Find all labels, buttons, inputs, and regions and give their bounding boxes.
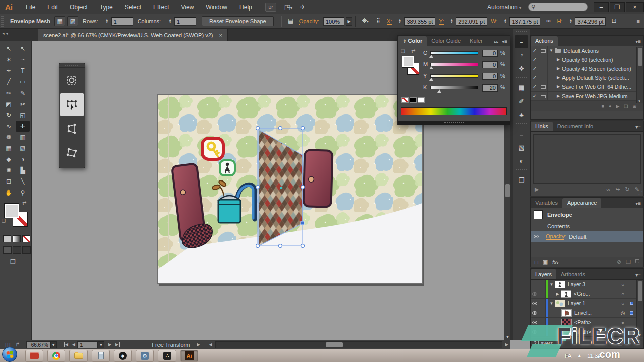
reference-point-icon[interactable]: ⣿ [373,16,384,26]
action-row[interactable]: ✓ ▶ Opacity 60 (selection) [531,55,643,64]
vertical-scroll-thumb[interactable] [505,184,510,197]
gear-icon[interactable]: ❋▾ [360,16,371,26]
color-button[interactable] [3,235,11,242]
taskbar-node-app-icon[interactable]: ∴ [158,350,176,362]
swap-fill-stroke-icon[interactable]: ⇄ [22,200,26,206]
scale-tool[interactable]: ◱ [16,110,30,121]
duplicate-item-icon[interactable]: ❏ [626,259,631,265]
x-input[interactable]: 389.355 pt [404,17,435,26]
yellow-slider[interactable]: Y 0 % [423,73,508,84]
menu-window[interactable]: Window [200,0,233,14]
color-spectrum[interactable] [401,107,507,115]
menu-view[interactable]: View [175,0,200,14]
none-swatch[interactable] [401,97,409,103]
slider-thumb[interactable] [429,78,433,81]
taskbar-media-app-icon[interactable] [25,350,43,362]
columns-input[interactable]: 1 [174,17,196,26]
lock-toggle[interactable] [539,289,546,298]
actions-scrollbar[interactable]: ▼ [636,47,643,103]
new-set-icon[interactable]: ❏ [624,104,628,109]
appearance-row-envelope[interactable]: Envelope [531,208,643,221]
control-bar-menu-icon[interactable]: ≡ [637,18,644,24]
visibility-toggle[interactable] [531,280,539,289]
shear-tool[interactable]: ▥ [16,132,30,143]
black-swatch[interactable] [410,97,417,103]
slider-thumb[interactable] [429,55,433,58]
free-transform-button[interactable] [60,93,84,116]
gradient-panel-icon[interactable]: ▧ [515,141,528,154]
shape-builder-tool[interactable]: ◩ [2,99,16,110]
right-door[interactable] [304,150,333,207]
slice-tool[interactable]: ╲ [16,176,30,187]
lasso-tool[interactable]: ∽ [16,54,30,65]
warp-tool[interactable]: ∿ [2,121,16,132]
export-icon[interactable]: ↱ [15,341,20,348]
tab-kuler[interactable]: Kuler [465,36,488,46]
white-swatch[interactable] [418,97,425,103]
new-action-icon[interactable]: ⊞ [632,104,636,109]
next-artboard-icon[interactable]: ▶ [108,342,111,347]
target-icon[interactable]: ○ [619,301,626,306]
h-link[interactable]: H: [557,18,562,25]
tab-layers[interactable]: Layers [531,269,556,279]
artboard-nav-input[interactable]: 1 [77,341,98,348]
column-graph-tool[interactable]: ▙ [16,165,30,176]
language-indicator[interactable]: FA [565,353,571,359]
expand-icon[interactable]: ▼ [548,282,555,287]
tab-color[interactable]: ⇕ Color [398,36,427,46]
columns-stepper[interactable]: ▲▼ [167,19,173,24]
stroke-panel-icon[interactable]: ≡ [515,128,528,141]
appearance-row-contents[interactable]: Contents [531,221,643,231]
action-row[interactable]: ✓ ▶ Save For Web GIF 64 Dithe... [531,82,643,92]
brushes-panel-icon[interactable]: ✐ [515,95,528,108]
w-stepper[interactable]: ▲▼ [502,19,508,24]
none-button[interactable] [22,235,30,242]
hscroll-left-icon[interactable]: ◀ [209,342,212,347]
gradient-tool[interactable]: ▧ [16,143,30,154]
color-panel-icon[interactable]: ◒ [515,35,528,48]
first-artboard-icon[interactable]: ◀ [64,342,68,347]
reset-envelope-button[interactable]: Reset Envelope Shape [202,16,274,26]
links-panel-menu-icon[interactable]: ▾≡ [635,124,643,130]
link-dimensions-icon[interactable]: ∞ [543,16,554,26]
stop-icon[interactable]: ■ [602,104,604,109]
links-list[interactable] [533,134,641,184]
opacity-link[interactable]: Opacity: [546,233,566,240]
person-sign[interactable] [220,160,235,175]
bridge-icon[interactable]: Br [265,3,276,12]
symbol-sprayer-tool[interactable]: ✺ [2,165,16,176]
rows-input[interactable]: 1 [111,17,133,26]
transform-icon[interactable]: ⊡ [608,16,619,26]
record-icon[interactable]: ● [609,104,611,109]
cyan-slider[interactable]: C 0 % [423,50,508,61]
scroll-down-icon[interactable]: ▼ [505,335,510,339]
artboard-dropdown-icon[interactable]: ▼ [98,341,104,348]
layer-row-envelope[interactable]: Envel... ◎ [531,308,643,318]
control-bar-grip[interactable] [1,16,4,27]
constrain-button[interactable] [60,69,84,92]
taskbar-calculator-icon[interactable] [92,350,110,362]
default-colors-icon[interactable]: ❏ [2,218,6,223]
h-stepper[interactable]: ▲▼ [568,19,573,24]
opacity-link[interactable]: Opacity: [299,18,319,25]
hand-tool[interactable]: ✋ [2,187,16,198]
selection-tool[interactable]: ↖ [2,43,16,54]
lock-toggle[interactable] [539,280,546,289]
expand-icon[interactable]: ▼ [548,301,555,306]
link-info-icon[interactable]: ▶ [535,186,539,193]
new-fill-icon[interactable]: ▣ [543,259,548,265]
menu-select[interactable]: Select [119,0,147,14]
taskbar-unity-icon[interactable]: ◆ [114,350,132,362]
x-link[interactable]: X: [387,18,392,25]
twirl-tool[interactable]: ❁ [2,132,16,143]
change-screen-mode-icon[interactable]: ❐ [10,258,16,265]
h-input[interactable]: 374.296 pt [575,17,606,26]
y-link[interactable]: Y: [439,18,444,25]
black-slider[interactable]: K 20 % [423,84,508,96]
color-expand-icon[interactable]: ▸▸ [494,40,501,44]
zoom-tool[interactable]: ⚲ [16,187,30,198]
palette-grip[interactable] [59,63,85,68]
pencil-tool[interactable]: ✎ [16,87,30,99]
clear-appearance-icon[interactable]: ⊘ [617,259,621,265]
type-tool[interactable]: T [16,65,30,76]
